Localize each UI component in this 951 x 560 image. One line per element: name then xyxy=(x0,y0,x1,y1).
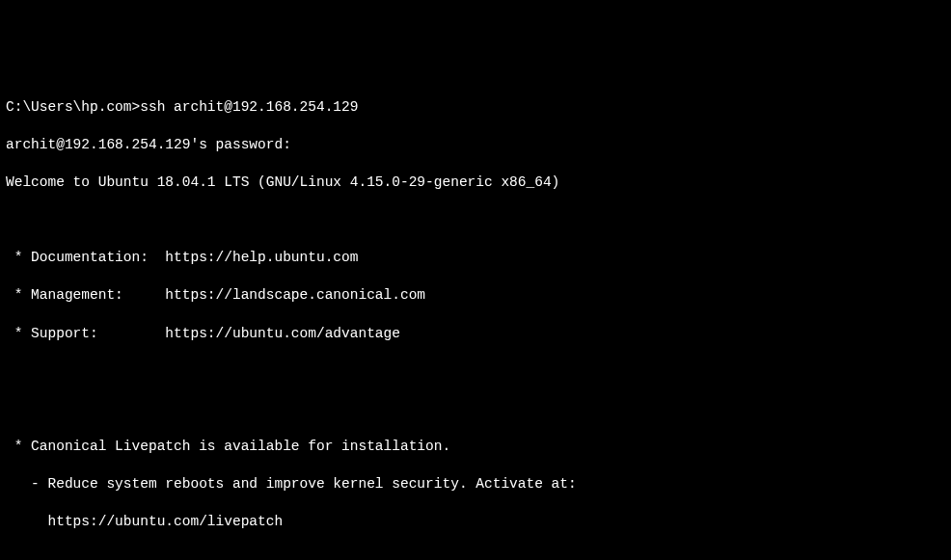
password-prompt: archit@192.168.254.129's password: xyxy=(6,136,945,155)
blank xyxy=(6,400,945,419)
terminal[interactable]: C:\Users\hp.com>ssh archit@192.168.254.1… xyxy=(6,79,945,560)
blank xyxy=(6,362,945,382)
blank xyxy=(6,550,945,560)
welcome-banner: Welcome to Ubuntu 18.04.1 LTS (GNU/Linux… xyxy=(6,173,945,193)
livepatch-2: - Reduce system reboots and improve kern… xyxy=(6,475,945,494)
livepatch-1: * Canonical Livepatch is available for i… xyxy=(6,438,945,457)
ssh-command: C:\Users\hp.com>ssh archit@192.168.254.1… xyxy=(6,98,945,118)
blank xyxy=(6,211,945,230)
motd-support: * Support: https://ubuntu.com/advantage xyxy=(6,325,945,344)
motd-doc: * Documentation: https://help.ubuntu.com xyxy=(6,249,945,268)
livepatch-3: https://ubuntu.com/livepatch xyxy=(6,513,945,532)
motd-management: * Management: https://landscape.canonica… xyxy=(6,286,945,306)
